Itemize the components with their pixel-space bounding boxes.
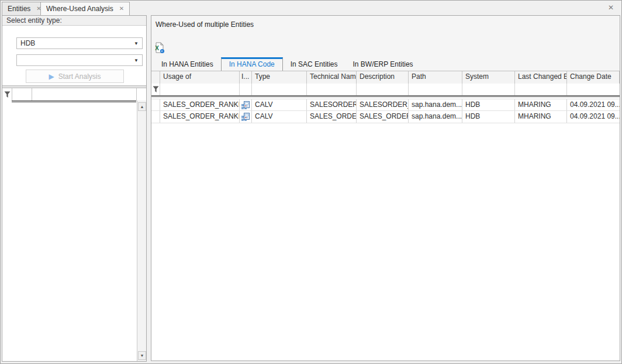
- tab-entities-label: Entities: [8, 5, 30, 13]
- cell-icon: [240, 111, 252, 123]
- col-header-change-date[interactable]: Change Date: [567, 71, 620, 84]
- tab-in-bw-erp-entities[interactable]: In BW/ERP Entities: [345, 57, 420, 71]
- filter-icon[interactable]: [2, 88, 12, 100]
- left-scrollbar[interactable]: ▲ ▼: [137, 100, 146, 361]
- entity-list-filter-row: [2, 88, 137, 100]
- cell-last-changed-by: MHARING: [515, 99, 567, 110]
- chevron-down-icon[interactable]: ▼: [134, 58, 139, 63]
- cell-path: sap.hana.dem...: [409, 111, 462, 123]
- where-used-results-panel: Where-Used of multiple Entities X In HAN…: [151, 15, 620, 361]
- row-indicator-cell: [151, 99, 160, 110]
- col-header-usage-of[interactable]: Usage of: [160, 71, 240, 84]
- where-used-table: Usage of I... Type Technical Name Descri…: [151, 71, 620, 360]
- filter-cell[interactable]: [357, 84, 409, 95]
- cell-change-date: 04.09.2021 09...: [567, 111, 620, 123]
- funnel-icon: [153, 86, 159, 93]
- results-title: Where-Used of multiple Entities: [156, 20, 254, 29]
- scroll-down-icon[interactable]: ▼: [138, 351, 146, 360]
- cell-last-changed-by: MHARING: [515, 111, 567, 123]
- filter-cell[interactable]: [409, 84, 462, 95]
- col-header-path[interactable]: Path: [409, 71, 462, 84]
- grid-divider: [151, 95, 620, 97]
- col-header-system[interactable]: System: [462, 71, 515, 84]
- entity-type-value: HDB: [20, 39, 134, 47]
- cell-type: CALV: [252, 99, 307, 110]
- filter-icon[interactable]: [151, 84, 160, 95]
- export-to-excel-button[interactable]: X: [154, 42, 165, 54]
- panel-title: Select entity type:: [2, 16, 146, 26]
- tab-in-hana-code[interactable]: In HANA Code: [221, 57, 283, 71]
- col-header-last-changed-by[interactable]: Last Changed By: [515, 71, 567, 84]
- tab-where-used-label: Where-Used Analysis: [46, 5, 113, 13]
- filter-cell[interactable]: [32, 88, 137, 100]
- filter-cell[interactable]: [462, 84, 515, 95]
- entity-subtype-dropdown[interactable]: ▼: [16, 54, 143, 66]
- cell-type: CALV: [252, 111, 307, 123]
- start-analysis-label: Start Analysis: [58, 72, 101, 81]
- tab-in-hana-entities[interactable]: In HANA Entities: [154, 57, 221, 71]
- cell-description: SALES_ORDER...: [357, 111, 409, 123]
- col-header-technical-name[interactable]: Technical Name: [307, 71, 357, 84]
- app-window: Entities ✕ Where-Used Analysis ✕ ✕ Selec…: [0, 0, 622, 364]
- filter-cell[interactable]: [515, 84, 567, 95]
- play-icon: ▶: [49, 73, 54, 80]
- excel-export-icon: X: [154, 42, 165, 54]
- tab-close-icon[interactable]: ✕: [119, 6, 124, 12]
- filter-cell[interactable]: [567, 84, 620, 95]
- header-indicator-cell: [151, 71, 160, 84]
- filter-cell[interactable]: [160, 84, 240, 95]
- table-row[interactable]: SALES_ORDER_RANKING CALV SALESORDER_... …: [151, 99, 620, 111]
- funnel-icon: [4, 91, 11, 98]
- row-indicator-cell: [151, 111, 160, 123]
- entity-list-grid: ▲ ▼: [2, 88, 146, 361]
- filter-cell[interactable]: [240, 84, 252, 95]
- table-header-row: Usage of I... Type Technical Name Descri…: [151, 71, 620, 84]
- cell-description: SALESORDER_...: [357, 99, 409, 110]
- col-header-icon[interactable]: I...: [240, 71, 252, 84]
- chevron-down-icon[interactable]: ▼: [134, 41, 139, 46]
- result-tabstrip: In HANA Entities In HANA Code In SAC Ent…: [154, 57, 620, 71]
- filter-cell[interactable]: [307, 84, 357, 95]
- svg-text:X: X: [155, 45, 159, 51]
- document-tabbar: Entities ✕ Where-Used Analysis ✕ ✕: [1, 1, 621, 15]
- cell-change-date: 04.09.2021 09...: [567, 99, 620, 110]
- entity-select-panel: Select entity type: HDB ▼ ▼ ▶ Start Anal…: [2, 15, 147, 362]
- col-header-type[interactable]: Type: [252, 71, 307, 84]
- table-row[interactable]: SALES_ORDER_RANKING CALV SALES_ORDER... …: [151, 111, 620, 123]
- cell-icon: [240, 99, 252, 110]
- tab-where-used-analysis[interactable]: Where-Used Analysis ✕: [40, 2, 130, 15]
- cell-technical-name: SALES_ORDER...: [307, 111, 357, 123]
- calculation-view-icon: [241, 112, 250, 122]
- filter-cell[interactable]: [12, 88, 32, 100]
- cell-path: sap.hana.dem...: [409, 99, 462, 110]
- filter-cell[interactable]: [252, 84, 307, 95]
- cell-system: HDB: [462, 111, 515, 123]
- calculation-view-icon: [241, 100, 250, 110]
- table-filter-row: [151, 84, 620, 95]
- cell-usage-of: SALES_ORDER_RANKING: [160, 99, 240, 110]
- entity-type-dropdown[interactable]: HDB ▼: [16, 37, 143, 49]
- start-analysis-button[interactable]: ▶ Start Analysis: [26, 70, 124, 83]
- col-header-description[interactable]: Description: [357, 71, 409, 84]
- cell-usage-of: SALES_ORDER_RANKING: [160, 111, 240, 123]
- close-icon[interactable]: ✕: [606, 3, 616, 12]
- scroll-up-icon[interactable]: ▲: [138, 102, 146, 111]
- grid-divider: [12, 100, 136, 102]
- cell-technical-name: SALESORDER_...: [307, 99, 357, 110]
- cell-system: HDB: [462, 99, 515, 110]
- tab-in-sac-entities[interactable]: In SAC Entities: [283, 57, 345, 71]
